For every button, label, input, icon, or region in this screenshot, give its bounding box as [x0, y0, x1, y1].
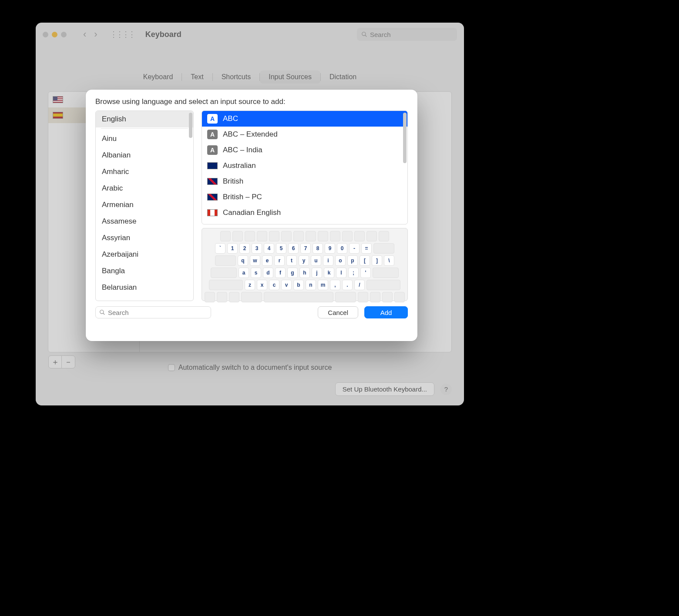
keyboard-key: c — [269, 280, 279, 290]
keyboard-key: n — [306, 280, 316, 290]
keyboard-key: = — [361, 243, 372, 254]
input-source-list[interactable]: A ABC A ABC – Extended A ABC – India Aus… — [202, 110, 408, 224]
keyboard-key: l — [336, 268, 346, 278]
keyboard-key — [281, 231, 292, 241]
source-item-british-pc[interactable]: British – PC — [202, 189, 407, 205]
keyboard-key — [306, 231, 316, 241]
add-button[interactable]: Add — [364, 306, 408, 318]
keyboard-key: ' — [360, 268, 371, 278]
help-button[interactable]: ? — [440, 384, 452, 395]
source-item-abc[interactable]: A ABC — [202, 111, 407, 127]
language-item[interactable]: Bangla — [96, 263, 193, 279]
language-scrollbar[interactable] — [189, 113, 192, 138]
keyboard-key: 1 — [227, 243, 238, 254]
keyboard-key — [354, 231, 365, 241]
window-search-input[interactable] — [370, 31, 453, 38]
source-scrollbar[interactable] — [403, 113, 407, 163]
keyboard-key: , — [330, 280, 340, 290]
keyboard-key: 6 — [288, 243, 299, 254]
language-item[interactable]: Assamese — [96, 213, 193, 230]
keyboard-key: k — [324, 268, 334, 278]
keyboard-key: m — [318, 280, 328, 290]
keyboard-key: 0 — [337, 243, 347, 254]
cancel-button[interactable]: Cancel — [318, 306, 358, 318]
auto-switch-row: Automatically switch to a document's inp… — [36, 364, 464, 372]
language-item[interactable]: Arabic — [96, 180, 193, 197]
keyboard-key: [ — [360, 255, 370, 266]
source-item-abc-india[interactable]: A ABC – India — [202, 142, 407, 158]
sheet-header: Browse using language and select an inpu… — [95, 97, 408, 106]
window-title: Keyboard — [145, 30, 182, 39]
us-flag-icon — [53, 96, 63, 103]
titlebar: ‹ › ⋮⋮⋮⋮ Keyboard — [36, 23, 464, 46]
nav-forward-button[interactable]: › — [94, 29, 97, 40]
svg-point-0 — [362, 32, 366, 36]
keyboard-key — [293, 231, 304, 241]
keyboard-key — [373, 243, 394, 254]
keyboard-key — [366, 231, 377, 241]
language-separator — [101, 128, 188, 129]
language-item[interactable]: Albanian — [96, 147, 193, 164]
keyboard-key — [229, 292, 239, 302]
canada-flag-icon — [207, 209, 218, 216]
search-icon — [361, 31, 367, 37]
traffic-lights — [43, 32, 67, 37]
close-window-button[interactable] — [43, 32, 48, 37]
tab-keyboard[interactable]: Keyboard — [134, 70, 182, 84]
source-label: ABC — [223, 114, 238, 123]
keyboard-key: q — [238, 255, 248, 266]
auto-switch-label: Automatically switch to a document's inp… — [178, 364, 332, 372]
keyboard-key: ; — [348, 268, 359, 278]
keyboard-key — [209, 280, 243, 290]
uk-flag-icon — [207, 178, 218, 185]
uk-flag-icon — [207, 194, 218, 201]
language-item-english[interactable]: English — [96, 111, 193, 127]
abc-a-icon: A — [207, 114, 218, 124]
source-label: ABC – India — [223, 146, 262, 154]
add-input-source-sheet: Browse using language and select an inpu… — [86, 90, 417, 341]
keyboard-key — [370, 292, 380, 302]
language-item[interactable]: Armenian — [96, 197, 193, 213]
abc-a-icon: A — [207, 130, 218, 139]
sheet-search-input[interactable] — [108, 309, 207, 316]
keyboard-key: i — [323, 255, 333, 266]
tab-dictation[interactable]: Dictation — [321, 70, 365, 84]
source-item-british[interactable]: British — [202, 174, 407, 189]
language-item[interactable]: Amharic — [96, 164, 193, 180]
keyboard-key: s — [251, 268, 261, 278]
minimize-window-button[interactable] — [52, 32, 57, 37]
keyboard-key — [342, 231, 353, 241]
svg-point-2 — [100, 310, 104, 314]
sheet-search-field[interactable] — [95, 306, 211, 318]
keyboard-key: y — [299, 255, 309, 266]
source-item-australian[interactable]: Australian — [202, 158, 407, 174]
tab-text[interactable]: Text — [182, 70, 212, 84]
setup-bluetooth-keyboard-button[interactable]: Set Up Bluetooth Keyboard... — [335, 382, 434, 396]
australia-flag-icon — [207, 162, 218, 169]
language-item[interactable]: Ainu — [96, 131, 193, 147]
nav-back-button[interactable]: ‹ — [83, 29, 86, 40]
es-flag-icon — [53, 112, 63, 119]
show-all-icon[interactable]: ⋮⋮⋮⋮ — [110, 30, 134, 39]
zoom-window-button[interactable] — [61, 32, 67, 37]
keyboard-key: r — [274, 255, 285, 266]
keyboard-key — [215, 255, 236, 266]
tab-input-sources[interactable]: Input Sources — [260, 70, 320, 84]
language-item[interactable]: Belarusian — [96, 279, 193, 296]
source-label: British – PC — [223, 193, 262, 201]
language-item[interactable]: Assyrian — [96, 230, 193, 246]
keyboard-key: / — [354, 280, 365, 290]
window-search-field[interactable] — [357, 28, 457, 41]
tab-shortcuts[interactable]: Shortcuts — [213, 70, 260, 84]
keyboard-key — [220, 231, 231, 241]
keyboard-key: 8 — [313, 243, 323, 254]
language-item[interactable]: Azerbaijani — [96, 246, 193, 263]
source-item-abc-extended[interactable]: A ABC – Extended — [202, 127, 407, 142]
source-label: British — [223, 177, 243, 186]
source-item-canadian-english[interactable]: Canadian English — [202, 205, 407, 221]
auto-switch-checkbox[interactable] — [168, 364, 175, 371]
keyboard-key: 4 — [264, 243, 274, 254]
language-list[interactable]: English Ainu Albanian Amharic Arabic Arm… — [95, 110, 194, 301]
keyboard-key: d — [263, 268, 273, 278]
keyboard-key: . — [342, 280, 353, 290]
